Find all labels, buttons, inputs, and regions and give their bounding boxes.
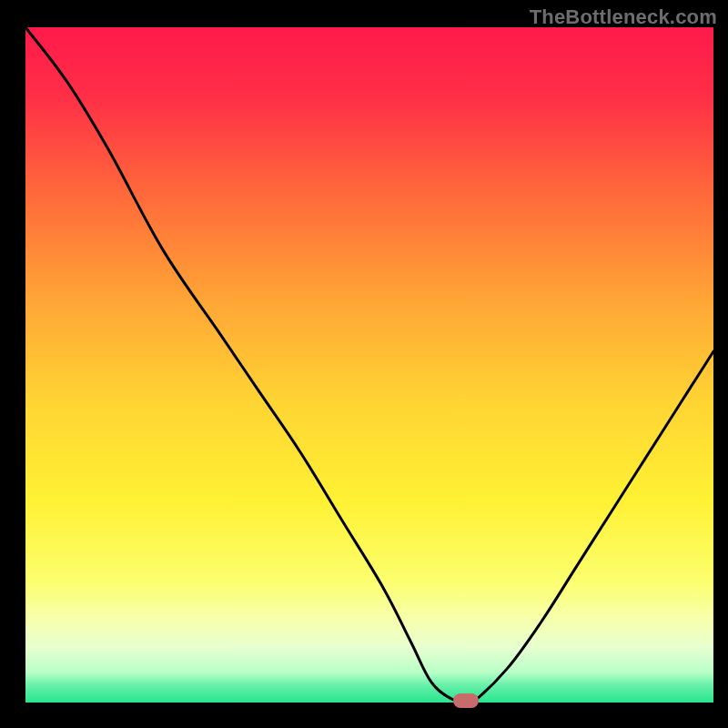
plot-area [25, 27, 713, 703]
optimal-marker [453, 693, 479, 708]
chart-frame: TheBottleneck.com [0, 0, 728, 728]
watermark-text: TheBottleneck.com [530, 5, 717, 29]
gradient-background [25, 27, 713, 703]
plot-svg [25, 27, 713, 703]
